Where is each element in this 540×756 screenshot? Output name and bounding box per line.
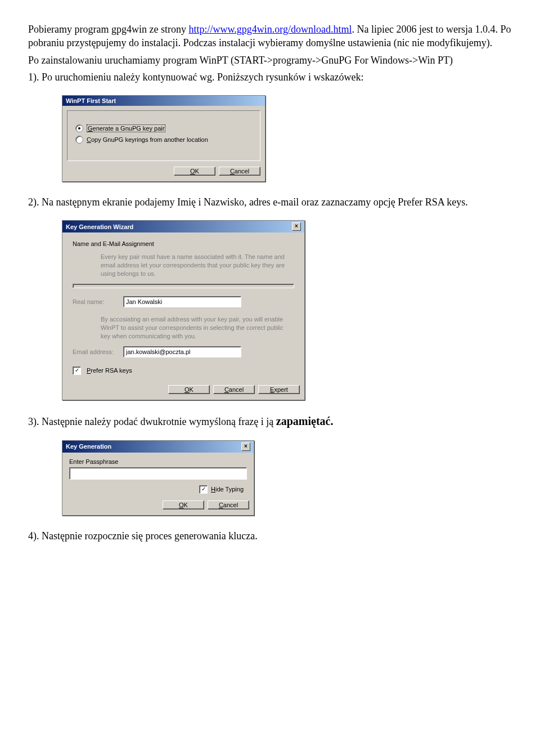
cancel-button[interactable]: Cancel	[219, 167, 260, 176]
radio-label: Generate a GnuPG key pair	[87, 124, 165, 132]
ok-button[interactable]: OK	[168, 385, 210, 394]
radio-copy-keyrings[interactable]: Copy GnuPG keyrings from another locatio…	[75, 136, 252, 144]
remember-bold: zapamiętać.	[276, 415, 334, 427]
winpt-first-start-dialog: WinPT First Start Generate a GnuPG key p…	[62, 95, 266, 182]
paragraph-intro: Pobieramy program gpg4win ze strony http…	[28, 23, 512, 50]
radio-generate-key[interactable]: Generate a GnuPG key pair	[75, 124, 252, 132]
dialog-body: Generate a GnuPG key pair Copy GnuPG key…	[67, 110, 260, 161]
email-row: Email address: jan.kowalski@poczta.pl	[73, 346, 294, 357]
ok-button[interactable]: OK	[163, 500, 204, 509]
expert-button[interactable]: Expert	[258, 385, 300, 394]
ok-button[interactable]: OK	[174, 167, 215, 176]
checkbox-icon: ✓	[199, 485, 208, 494]
passphrase-label: Enter Passphrase	[69, 458, 247, 465]
titlebar: Key Generation Wizard ×	[62, 221, 304, 232]
text: Pobieramy program gpg4win ze strony	[28, 24, 188, 35]
key-generation-dialog: Key Generation × Enter Passphrase ✓ Hide…	[62, 440, 254, 516]
passphrase-input[interactable]	[69, 467, 247, 480]
email-label: Email address:	[73, 348, 118, 355]
download-link[interactable]: http://www.gpg4win.org/download.html	[188, 24, 352, 35]
close-icon[interactable]: ×	[292, 222, 301, 231]
description-2: By accosiating an email address with you…	[101, 315, 294, 341]
divider-sunken	[73, 284, 294, 288]
button-row: OK Cancel	[62, 497, 254, 515]
prefer-rsa-label: Prefer RSA keys	[87, 367, 132, 374]
paragraph-install: Po zainstalowaniu uruchamiamy program Wi…	[28, 53, 512, 67]
description-1: Every key pair must have a name associat…	[101, 253, 294, 278]
paragraph-step3: 3). Następnie należy podać dwukrotnie wy…	[28, 414, 512, 429]
paragraph-step1: 1). Po uruchomieniu należy kontynuować w…	[28, 70, 512, 84]
dialog-title: Key Generation Wizard	[66, 223, 133, 230]
dialog-title: WinPT First Start	[66, 97, 116, 104]
titlebar: Key Generation ×	[62, 441, 254, 453]
paragraph-step2: 2). Na następnym ekranie podajemy Imię i…	[28, 195, 512, 209]
realname-row: Real name: Jan Kowalski	[73, 296, 294, 307]
text: 3). Następnie należy podać dwukrotnie wy…	[28, 416, 276, 427]
key-generation-wizard-dialog: Key Generation Wizard × Name and E-Mail …	[62, 220, 305, 400]
titlebar: WinPT First Start	[62, 96, 265, 106]
realname-label: Real name:	[73, 298, 118, 305]
dialog-title: Key Generation	[66, 443, 111, 450]
radio-icon	[75, 124, 83, 132]
section-heading: Name and E-Mail Assignment	[73, 240, 294, 247]
close-icon[interactable]: ×	[241, 442, 250, 451]
realname-input[interactable]: Jan Kowalski	[123, 296, 241, 307]
paragraph-step4: 4). Następnie rozpocznie się proces gene…	[28, 529, 512, 543]
email-input[interactable]: jan.kowalski@poczta.pl	[123, 346, 241, 357]
hide-typing-label: Hide Typing	[211, 486, 244, 493]
radio-label: Copy GnuPG keyrings from another locatio…	[87, 136, 208, 143]
hide-typing-row[interactable]: ✓ Hide Typing	[69, 485, 244, 494]
button-row: OK Cancel Expert	[62, 382, 304, 400]
prefer-rsa-row[interactable]: ✓ Prefer RSA keys	[73, 366, 294, 375]
cancel-button[interactable]: Cancel	[208, 500, 249, 509]
button-row: OK Cancel	[62, 163, 265, 181]
cancel-button[interactable]: Cancel	[213, 385, 255, 394]
dialog-body: Enter Passphrase ✓ Hide Typing	[62, 453, 254, 497]
dialog-body: Name and E-Mail Assignment Every key pai…	[62, 232, 304, 381]
checkbox-icon: ✓	[73, 366, 81, 375]
radio-icon	[75, 136, 83, 144]
